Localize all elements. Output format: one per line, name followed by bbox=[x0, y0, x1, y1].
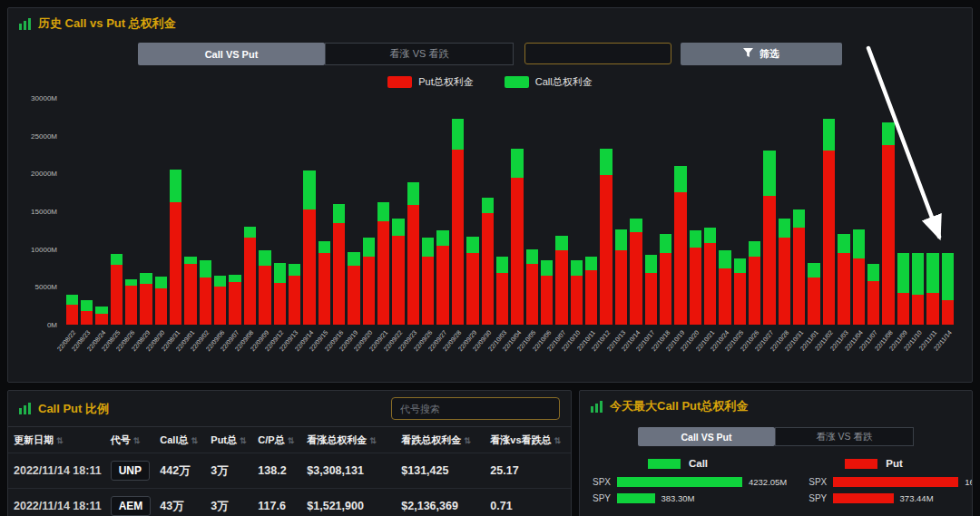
stacked-bar-22/10/21[interactable] bbox=[702, 98, 717, 325]
stacked-bar-22/10/11[interactable] bbox=[584, 98, 599, 325]
stacked-bar-22/10/19[interactable] bbox=[673, 98, 688, 325]
sort-icon[interactable]: ⇅ bbox=[464, 436, 471, 445]
bar-value-label: 383.30M bbox=[662, 493, 695, 503]
symbol-search-input[interactable] bbox=[391, 397, 560, 420]
legend-put[interactable]: Put总权利金 bbox=[387, 75, 474, 89]
stacked-bar-22/09/28[interactable] bbox=[450, 98, 465, 325]
stacked-bar-22/09/29[interactable] bbox=[466, 98, 480, 325]
stacked-bar-22/08/26[interactable] bbox=[123, 98, 138, 325]
stacked-bar-22/08/24[interactable] bbox=[94, 98, 109, 325]
stacked-bar-22/11/11[interactable] bbox=[926, 98, 940, 325]
call-bar-row[interactable]: SPX4232.05M bbox=[587, 477, 787, 487]
stacked-bar-22/10/24[interactable] bbox=[718, 98, 732, 325]
stacked-bar-22/10/05[interactable] bbox=[524, 98, 539, 325]
stacked-bar-22/11/07[interactable] bbox=[866, 98, 880, 325]
call-segment bbox=[377, 202, 389, 221]
col-symbol[interactable]: 代号⇅ bbox=[105, 427, 155, 453]
stacked-bar-22/09/19[interactable] bbox=[347, 98, 361, 325]
stacked-bar-22/10/18[interactable] bbox=[658, 98, 672, 325]
stacked-bar-22/08/22[interactable] bbox=[64, 98, 79, 325]
stacked-bar-22/11/10[interactable] bbox=[910, 98, 925, 325]
stacked-bar-22/10/12[interactable] bbox=[599, 98, 613, 325]
stacked-bar-22/08/29[interactable] bbox=[139, 98, 153, 325]
stacked-bar-22/10/10[interactable] bbox=[569, 98, 583, 325]
col-put-total[interactable]: Put总⇅ bbox=[205, 427, 252, 453]
stacked-bar-22/10/06[interactable] bbox=[540, 98, 554, 325]
today-toggle-call-vs-put[interactable]: Call VS Put bbox=[638, 427, 775, 446]
stacked-bar-22/11/14[interactable] bbox=[940, 98, 955, 325]
filter-button[interactable]: 筛选 bbox=[681, 43, 842, 65]
stacked-bar-22/09/22[interactable] bbox=[391, 98, 406, 325]
stacked-bar-22/10/07[interactable] bbox=[554, 98, 569, 325]
toggle-bull-vs-bear[interactable]: 看涨 VS 看跌 bbox=[325, 43, 514, 65]
stacked-bar-22/09/02[interactable] bbox=[198, 98, 212, 325]
stacked-bar-22/11/03[interactable] bbox=[837, 98, 851, 325]
stacked-bar-22/11/08[interactable] bbox=[881, 98, 896, 325]
stacked-bar-22/08/23[interactable] bbox=[79, 98, 93, 325]
sort-icon[interactable]: ⇅ bbox=[554, 436, 562, 445]
history-premium-panel: 历史 Call vs Put 总权利金 Call VS Put 看涨 VS 看跌… bbox=[7, 7, 973, 383]
sort-icon[interactable]: ⇅ bbox=[369, 436, 377, 445]
today-toggle-bull-vs-bear[interactable]: 看涨 VS 看跌 bbox=[775, 427, 914, 446]
put-legend-label: Put总权利金 bbox=[418, 75, 474, 89]
symbol-badge[interactable]: UNP bbox=[111, 461, 150, 481]
stacked-bar-22/08/31[interactable] bbox=[169, 98, 183, 325]
table-row[interactable]: 2022/11/14 18:11 AEM 43万 3万 117.6 $1,521… bbox=[8, 489, 571, 516]
stacked-bar-22/09/23[interactable] bbox=[406, 98, 420, 325]
stacked-bar-22/09/30[interactable] bbox=[480, 98, 495, 325]
stacked-bar-22/11/02[interactable] bbox=[821, 98, 836, 325]
stacked-bar-22/09/26[interactable] bbox=[421, 98, 436, 325]
col-update-date[interactable]: 更新日期⇅ bbox=[8, 427, 105, 453]
stacked-bar-22/10/04[interactable] bbox=[510, 98, 524, 325]
col-call-total[interactable]: Call总⇅ bbox=[154, 427, 205, 453]
call-bar-row[interactable]: SPY383.30M bbox=[587, 493, 787, 503]
stacked-bar-22/08/25[interactable] bbox=[109, 98, 123, 325]
stacked-bar-22/09/14[interactable] bbox=[302, 98, 317, 325]
col-call-vs-put[interactable]: 看涨vs看跌总⇅ bbox=[485, 427, 571, 453]
sort-icon[interactable]: ⇅ bbox=[288, 436, 295, 445]
stacked-bar-22/09/09[interactable] bbox=[258, 98, 272, 325]
col-call-premium[interactable]: 看涨总权利金⇅ bbox=[301, 427, 396, 453]
stacked-bar-22/10/20[interactable] bbox=[688, 98, 702, 325]
chart-filter-input[interactable] bbox=[524, 43, 671, 64]
sort-icon[interactable]: ⇅ bbox=[191, 436, 198, 445]
stacked-bar-22/11/09[interactable] bbox=[896, 98, 910, 325]
stacked-bar-22/09/08[interactable] bbox=[242, 98, 257, 325]
call-segment bbox=[436, 230, 448, 246]
stacked-bar-22/09/01[interactable] bbox=[183, 98, 198, 325]
stacked-bar-22/11/01[interactable] bbox=[807, 98, 821, 325]
put-segment bbox=[200, 277, 211, 326]
stacked-bar-22/09/15[interactable] bbox=[317, 98, 331, 325]
stacked-bar-22/10/03[interactable] bbox=[495, 98, 509, 325]
stacked-bar-22/11/04[interactable] bbox=[851, 98, 866, 325]
stacked-bar-22/10/26[interactable] bbox=[748, 98, 762, 325]
stacked-bar-22/09/20[interactable] bbox=[361, 98, 376, 325]
put-segment bbox=[823, 151, 835, 325]
stacked-bar-22/09/07[interactable] bbox=[228, 98, 242, 325]
stacked-bar-22/10/27[interactable] bbox=[762, 98, 777, 325]
stacked-bar-22/08/30[interactable] bbox=[153, 98, 168, 325]
legend-call[interactable]: Call总权利金 bbox=[505, 75, 593, 89]
stacked-bar-22/09/27[interactable] bbox=[436, 98, 450, 325]
toggle-call-vs-put[interactable]: Call VS Put bbox=[138, 43, 325, 65]
col-put-premium[interactable]: 看跌总权利金⇅ bbox=[396, 427, 485, 453]
stacked-bar-22/09/12[interactable] bbox=[272, 98, 287, 325]
symbol-badge[interactable]: AEM bbox=[111, 496, 152, 516]
stacked-bar-22/09/21[interactable] bbox=[377, 98, 391, 325]
table-row[interactable]: 2022/11/14 18:11 UNP 442万 3万 138.2 $3,30… bbox=[8, 453, 571, 489]
stacked-bar-22/09/06[interactable] bbox=[213, 98, 228, 325]
stacked-bar-22/10/31[interactable] bbox=[792, 98, 807, 325]
stacked-bar-22/10/14[interactable] bbox=[629, 98, 643, 325]
stacked-bar-22/10/17[interactable] bbox=[643, 98, 658, 325]
stacked-bar-22/09/13[interactable] bbox=[287, 98, 301, 325]
sort-icon[interactable]: ⇅ bbox=[240, 436, 247, 445]
stacked-bar-22/10/25[interactable] bbox=[732, 98, 747, 325]
stacked-bar-22/10/28[interactable] bbox=[777, 98, 791, 325]
stacked-bar-22/09/16[interactable] bbox=[331, 98, 346, 325]
put-bar-row[interactable]: SPX1616.83M bbox=[803, 477, 973, 487]
col-cp-total[interactable]: C/P总⇅ bbox=[252, 427, 301, 453]
put-bar-row[interactable]: SPY373.44M bbox=[803, 493, 973, 503]
sort-icon[interactable]: ⇅ bbox=[133, 436, 141, 445]
sort-icon[interactable]: ⇅ bbox=[56, 436, 64, 445]
stacked-bar-22/10/13[interactable] bbox=[613, 98, 628, 325]
